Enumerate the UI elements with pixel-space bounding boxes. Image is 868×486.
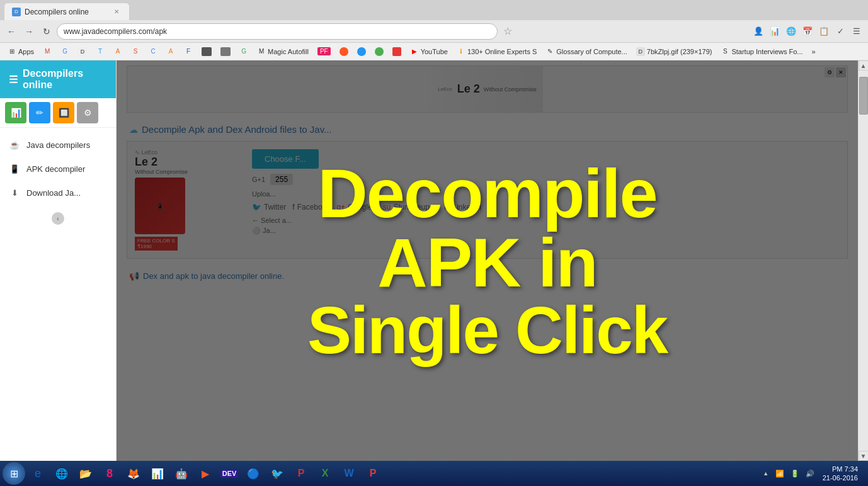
bookmark-docs[interactable]: D	[74, 46, 91, 57]
tab-close-button[interactable]: ✕	[111, 7, 122, 17]
address-bar[interactable]: www.javadecompilers.com/apk	[57, 23, 498, 40]
ad-container: LeEco Le 2 Without Compromise	[127, 66, 847, 112]
social-buttons: 🐦 Twitter f Facebook g+	[252, 203, 840, 212]
bookmark-experts[interactable]: ℹ 130+ Online Experts S	[453, 46, 540, 57]
extension-icon-4[interactable]: 📋	[816, 24, 831, 39]
facebook-btn[interactable]: f Facebook	[292, 203, 330, 212]
profile-icon[interactable]: 👤	[751, 24, 766, 39]
active-tab[interactable]: D Decompilers online ✕	[4, 3, 130, 20]
taskbar-app-chrome[interactable]: 🔵	[242, 462, 265, 485]
taskbar-app-play[interactable]: ▶	[194, 462, 217, 485]
sidebar-icon-edit[interactable]: ✏	[29, 102, 50, 123]
bookmark-gif[interactable]: D 7bkZlpj.gif (239×179)	[632, 46, 716, 57]
bookmark-stumble[interactable]: S	[127, 46, 144, 57]
sidebar-item-download[interactable]: ⬇ Download Ja...	[0, 181, 116, 205]
scrollbar-track[interactable]	[859, 71, 868, 451]
bookmark-fb[interactable]: F	[180, 46, 197, 57]
twitter-btn[interactable]: 🐦 Twitter	[252, 203, 286, 212]
back-button[interactable]: ←	[4, 24, 19, 39]
bookmark-b2[interactable]	[217, 46, 234, 57]
extension-icon-5[interactable]: ✓	[833, 24, 848, 39]
chart-icon: 📊	[151, 468, 164, 480]
taskbar-app-chart[interactable]: 📊	[146, 462, 169, 485]
sidebar-download-label: Download Ja...	[26, 188, 81, 198]
bookmark-circle1[interactable]	[336, 46, 352, 57]
scrollbar-up-button[interactable]: ▲	[859, 60, 869, 71]
ad-leeco: LeEco Le 2 Without Compromise	[431, 66, 543, 112]
forward-button[interactable]: →	[21, 24, 37, 39]
play-icon: ▶	[202, 468, 209, 480]
taskbar-app-ie[interactable]: e	[26, 462, 49, 485]
bookmark-more[interactable]: »	[808, 47, 819, 57]
taskbar-app-excel[interactable]: X	[314, 462, 336, 485]
taskbar-app-files[interactable]: 📂	[74, 462, 97, 485]
select-label: ← Select a...	[252, 217, 840, 224]
ad-close-btn[interactable]: ✕	[836, 67, 846, 77]
bookmark-gmail[interactable]: M	[39, 46, 55, 57]
bookmark-google2[interactable]: G	[236, 46, 252, 57]
choose-file-button[interactable]: Choose F...	[252, 149, 319, 169]
taskbar-app-word[interactable]: W	[338, 462, 360, 485]
powerpoint-icon: P	[298, 468, 305, 479]
sidebar-item-java-decompilers[interactable]: ☕ Java decompilers	[0, 133, 116, 157]
tray-time-text: PM 7:34	[823, 465, 858, 473]
scrollbar-down-button[interactable]: ▼	[859, 451, 869, 461]
refresh-button[interactable]: ↻	[39, 24, 54, 39]
taskbar-app-browser2[interactable]: 🌐	[50, 462, 73, 485]
bookmark-glossary-label: Glossary of Compute...	[556, 48, 627, 55]
stumbleupon-btn[interactable]: su Stumbleupon	[383, 203, 438, 212]
start-button[interactable]: ⊞	[3, 462, 25, 485]
bookmark-analytics[interactable]: A	[163, 46, 179, 57]
bookmark-b1[interactable]	[198, 46, 215, 57]
tray-expand-button[interactable]: ▲	[761, 468, 771, 478]
gif-icon: D	[636, 47, 645, 56]
page-heading-section: ☁ Decompile Apk and Dex Android files to…	[117, 118, 858, 141]
bookmark-play[interactable]	[389, 46, 405, 57]
taskbar-app-android[interactable]: 🤖	[170, 462, 193, 485]
leeco-model: Le 2	[457, 82, 480, 96]
vertical-scrollbar: ▲ ▼	[858, 60, 868, 461]
bookmark-apps[interactable]: ⊞ Apps	[4, 46, 38, 57]
scrollbar-thumb[interactable]	[859, 77, 868, 115]
taskbar-app-bird[interactable]: 🐦	[266, 462, 288, 485]
pp2-icon: P	[370, 468, 377, 479]
taskbar-app-dev[interactable]: DEV	[218, 462, 241, 485]
sidebar-icon-box[interactable]: 🔲	[53, 102, 74, 123]
sidebar-icon-settings[interactable]: ⚙	[77, 102, 98, 123]
system-clock: PM 7:34 21-06-2016	[819, 465, 862, 483]
sidebar-menu-icon: ☰	[9, 74, 18, 86]
app8-icon: 8	[106, 467, 113, 480]
fb-icon: F	[184, 47, 193, 56]
sidebar-icon-chart[interactable]: 📊	[5, 102, 26, 123]
bookmark-plus[interactable]	[371, 46, 387, 57]
website-background: LeEco Le 2 Without Compromise ✕ ⚙ ☁	[117, 60, 858, 461]
extension-icon-3[interactable]: 📅	[800, 24, 815, 39]
bookmark-youtube[interactable]: ▶ YouTube	[406, 46, 452, 57]
taskbar-app-firefox[interactable]: 🦊	[122, 462, 145, 485]
bookmark-magic[interactable]: M Magic Autofill	[253, 46, 312, 57]
bookmark-magic-label: Magic Autofill	[268, 48, 309, 55]
linkedin-btn[interactable]: in LinkedIn	[444, 203, 481, 212]
bookmark-avast[interactable]: A	[110, 46, 126, 57]
sidebar-title: Decompilers online	[23, 68, 107, 91]
system-tray: ▲ 📶 🔋 🔊 PM 7:34 21-06-2016	[757, 465, 865, 483]
taskbar-app-pp2[interactable]: P	[362, 462, 384, 485]
twitter-icon: T	[96, 47, 105, 56]
taskbar-app-powerpoint[interactable]: P	[290, 462, 312, 485]
sidebar-item-apk-decompiler[interactable]: 📱 APK decompiler	[0, 157, 116, 181]
extension-icon-2[interactable]: 🌐	[784, 24, 799, 39]
bookmark-g[interactable]: G	[57, 46, 73, 57]
bookmark-chrome[interactable]: C	[145, 46, 161, 57]
bookmark-twitter[interactable]: T	[92, 46, 108, 57]
bookmark-pf[interactable]: PF	[314, 46, 334, 57]
taskbar-app-8[interactable]: 8	[98, 462, 121, 485]
bookmark-glossary[interactable]: ✎ Glossary of Compute...	[542, 46, 631, 57]
bookmark-startup[interactable]: S Startup Interviews Fo...	[717, 46, 806, 57]
googleplus-btn[interactable]: g+ Google+	[336, 203, 376, 212]
menu-button[interactable]: ☰	[849, 24, 864, 39]
bookmark-star[interactable]: ☆	[500, 24, 515, 39]
bookmark-arrow[interactable]	[353, 46, 370, 57]
extension-icon-1[interactable]: 📊	[767, 24, 782, 39]
docs-icon: D	[78, 47, 87, 56]
sidebar-collapse-button[interactable]: ‹	[52, 212, 64, 225]
